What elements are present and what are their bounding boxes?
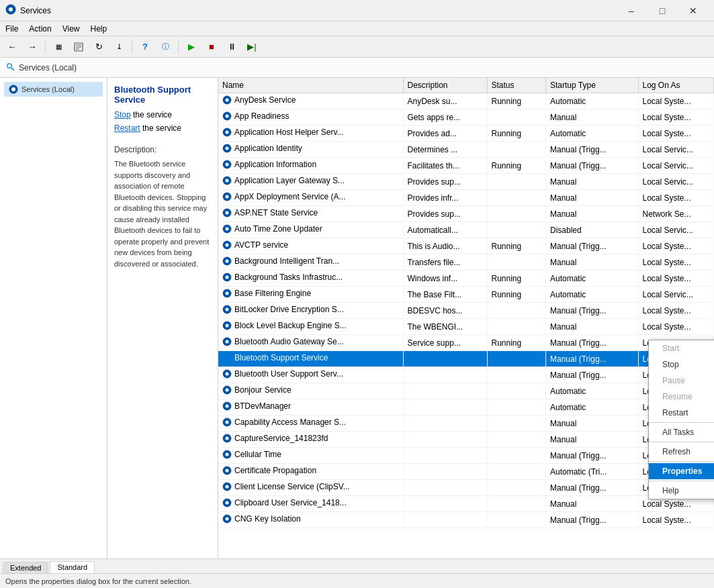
menu-help[interactable]: Help [85,21,113,36]
table-row[interactable]: Background Intelligent Tran... Transfers… [218,254,714,271]
context-menu-separator [649,481,714,481]
context-menu-item[interactable]: Stop [649,356,714,373]
sidebar-item-services-local[interactable]: Services (Local) [4,82,103,97]
maximize-button[interactable]: □ [647,0,678,21]
play-button[interactable]: ▶ [182,38,201,56]
svg-point-18 [226,147,229,150]
table-row[interactable]: Bluetooth Support Service Manual (Trigg.… [218,351,714,367]
service-desc-cell [403,512,487,528]
table-row[interactable]: Base Filtering Engine The Base Filt...Ru… [218,287,714,303]
back-button[interactable]: ← [3,38,21,56]
service-status-cell [487,206,546,222]
table-row[interactable]: Bluetooth Audio Gateway Se... Service su… [218,335,714,351]
service-name-cell: AnyDesk Service [218,93,403,109]
service-startup-cell: Manual [546,174,639,190]
context-menu: StartStopPauseResumeRestartAll Tasks▶Ref… [648,340,714,499]
left-panel-title: Bluetooth Support Service [114,85,211,105]
service-startup-cell: Manual [546,109,639,126]
context-menu-item[interactable]: Refresh [649,444,714,460]
service-status-cell [487,399,546,415]
table-row[interactable]: Cellular Time Manual (Trigg...Local Serv… [218,448,714,464]
table-row[interactable]: AnyDesk Service AnyDesk su...RunningAuto… [218,93,714,109]
properties-button[interactable] [69,38,88,56]
table-row[interactable]: BTDevManager AutomaticLocal Syste... [218,399,714,415]
service-name-cell: CNG Key Isolation [218,512,403,528]
table-row[interactable]: Bluetooth User Support Serv... Manual (T… [218,367,714,383]
service-startup-cell: Manual [546,496,639,512]
service-startup-cell: Manual (Trigg... [546,480,639,496]
service-status-cell [487,432,546,448]
service-startup-cell: Automatic [546,126,639,142]
table-row[interactable]: Block Level Backup Engine S... The WBENG… [218,319,714,335]
col-name[interactable]: Name [218,78,403,93]
stop-button[interactable]: ■ [202,38,221,56]
about-button[interactable]: ⓘ [156,38,175,56]
table-row[interactable]: Application Identity Determines ...Manua… [218,142,714,158]
services-table-wrapper[interactable]: Name Description Status Startup Type Log… [218,78,714,558]
service-startup-cell: Manual (Trigg... [546,351,639,367]
service-desc-cell: The WBENGI... [403,319,487,335]
table-row[interactable]: Bonjour Service AutomaticLocal Syste... [218,383,714,399]
pause-button[interactable]: ⏸ [222,38,241,56]
service-status-cell: Running [487,126,546,142]
table-row[interactable]: Application Layer Gateway S... Provides … [218,174,714,190]
resume-button[interactable]: ▶| [242,38,261,56]
table-row[interactable]: AVCTP service This is Audio...RunningMan… [218,238,714,254]
context-menu-item[interactable]: Restart [649,405,714,421]
table-row[interactable]: Certificate Propagation Automatic (Tri..… [218,464,714,480]
left-panel-description: Description: The Bluetooth service suppo… [114,144,211,269]
forward-button[interactable]: → [23,38,42,56]
tab-extended[interactable]: Extended [3,562,48,573]
table-row[interactable]: ASP.NET State Service Provides sup...Man… [218,206,714,222]
table-row[interactable]: CNG Key Isolation Manual (Trigg...Local … [218,512,714,528]
col-status[interactable]: Status [487,78,546,93]
table-row[interactable]: AppX Deployment Service (A... Provides i… [218,190,714,206]
table-row[interactable]: App Readiness Gets apps re...ManualLocal… [218,109,714,126]
service-desc-cell [403,496,487,512]
menu-file[interactable]: File [0,21,24,36]
service-logon-cell: Network Se... [638,206,714,222]
col-startup[interactable]: Startup Type [546,78,639,93]
help-button[interactable]: ? [136,38,154,56]
context-menu-item[interactable]: Properties [649,463,714,479]
menu-action[interactable]: Action [24,21,56,36]
console-tree-button[interactable]: ▦ [49,38,68,56]
refresh-button[interactable]: ↻ [89,38,108,56]
export-button[interactable]: ⤓ [109,38,128,56]
service-name-cell: AVCTP service [218,238,403,254]
close-button[interactable]: ✕ [678,0,709,21]
svg-point-38 [226,308,229,311]
sidebar-services-label: Services (Local) [21,85,75,93]
svg-point-12 [226,99,229,102]
table-row[interactable]: Clipboard User Service_1418... ManualLoc… [218,496,714,512]
status-text: Opens the properties dialog box for the … [5,577,191,585]
tab-standard[interactable]: Standard [50,561,95,573]
restart-service-text: the service [140,124,181,133]
service-name-cell: Base Filtering Engine [218,287,403,303]
table-row[interactable]: Client License Service (ClipSV... Manual… [218,480,714,496]
service-desc-cell: This is Audio... [403,238,487,254]
table-row[interactable]: Auto Time Zone Updater Automaticall...Di… [218,222,714,238]
table-row[interactable]: Capability Access Manager S... ManualLoc… [218,415,714,432]
table-row[interactable]: Application Information Facilitates th..… [218,158,714,174]
svg-point-42 [226,340,229,344]
service-status-cell [487,367,546,383]
context-menu-item[interactable]: All Tasks▶ [649,424,714,440]
table-row[interactable]: Application Host Helper Serv... Provides… [218,126,714,142]
stop-service-link[interactable]: Stop [114,110,131,119]
service-status-cell [487,415,546,432]
service-startup-cell: Manual (Trigg... [546,303,639,319]
col-logon[interactable]: Log On As [638,78,714,93]
service-name-cell: Application Layer Gateway S... [218,174,403,190]
table-row[interactable]: Background Tasks Infrastruc... Windows i… [218,271,714,287]
svg-point-64 [226,518,229,521]
table-row[interactable]: BitLocker Drive Encryption S... BDESVC h… [218,303,714,319]
service-name-cell: Cellular Time [218,448,403,464]
context-menu-item[interactable]: Help [649,483,714,499]
table-row[interactable]: CaptureService_141823fd ManualLocal Syst… [218,432,714,448]
menu-view[interactable]: View [57,21,85,36]
col-description[interactable]: Description [403,78,487,93]
svg-point-14 [226,115,229,118]
minimize-button[interactable]: – [616,0,647,21]
restart-service-link[interactable]: Restart [114,124,140,133]
